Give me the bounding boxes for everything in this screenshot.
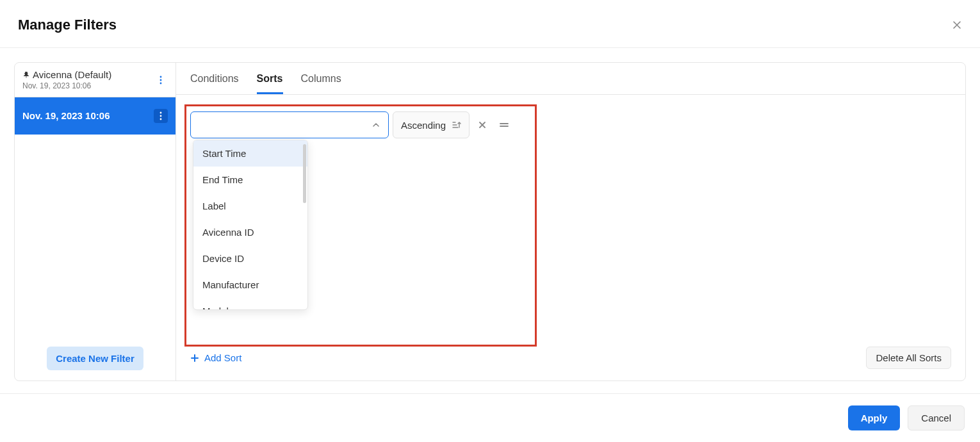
svg-point-2 [160, 82, 162, 84]
sort-row: Ascending [190, 111, 951, 138]
tab-sorts[interactable]: Sorts [257, 73, 283, 94]
delete-all-sorts-button[interactable]: Delete All Sorts [866, 347, 951, 369]
tabs: Conditions Sorts Columns [176, 63, 965, 95]
modal-body: Avicenna (Default) Nov. 19, 2023 10:06 N… [0, 48, 980, 395]
sort-direction-label: Ascending [401, 120, 446, 131]
remove-sort-icon[interactable] [473, 116, 491, 134]
svg-point-1 [160, 79, 162, 81]
drag-handle-icon[interactable] [495, 116, 513, 134]
scrollbar-thumb[interactable] [303, 144, 306, 203]
close-icon[interactable] [952, 20, 962, 30]
filter-more-icon[interactable] [154, 73, 168, 87]
filter-item-default[interactable]: Avicenna (Default) Nov. 19, 2023 10:06 [15, 63, 176, 97]
chevron-up-icon [372, 120, 380, 129]
plus-icon [190, 354, 199, 363]
dropdown-option[interactable]: Manufacturer [193, 272, 307, 298]
filter-subtitle: Nov. 19, 2023 10:06 [22, 81, 111, 90]
sort-direction-button[interactable]: Ascending [393, 111, 470, 138]
dropdown-option[interactable]: Model [193, 298, 307, 309]
pin-icon [22, 71, 30, 79]
sort-asc-icon [451, 120, 461, 130]
panel: Avicenna (Default) Nov. 19, 2023 10:06 N… [14, 62, 966, 381]
svg-point-0 [160, 76, 162, 78]
filter-more-icon[interactable] [154, 109, 168, 123]
modal-title: Manage Filters [18, 17, 117, 33]
sort-field-dropdown: Start Time End Time Label Avicenna ID De… [193, 140, 308, 310]
dropdown-option[interactable]: End Time [193, 167, 307, 193]
filters-sidebar: Avicenna (Default) Nov. 19, 2023 10:06 N… [15, 63, 176, 381]
modal-header: Manage Filters [0, 0, 980, 48]
add-sort-label: Add Sort [204, 352, 241, 363]
dropdown-option[interactable]: Start Time [193, 140, 307, 167]
add-sort-button[interactable]: Add Sort [190, 352, 241, 363]
create-new-filter-button[interactable]: Create New Filter [47, 347, 143, 370]
dropdown-option[interactable]: Label [193, 193, 307, 219]
cancel-button[interactable]: Cancel [908, 405, 965, 430]
svg-point-5 [160, 119, 162, 120]
tab-columns[interactable]: Columns [301, 73, 341, 94]
dropdown-option[interactable]: Avicenna ID [193, 219, 307, 245]
svg-point-3 [160, 112, 162, 114]
manage-filters-modal: Manage Filters Avicenna (Default) Nov. 1… [0, 0, 980, 442]
modal-footer: Apply Cancel [0, 393, 980, 442]
tab-conditions[interactable]: Conditions [190, 73, 239, 94]
dropdown-option[interactable]: Device ID [193, 245, 307, 272]
main-area: Conditions Sorts Columns Ascendin [176, 63, 965, 381]
filter-name: Nov. 19, 2023 10:06 [22, 110, 110, 121]
apply-button[interactable]: Apply [848, 405, 901, 430]
filter-name: Avicenna (Default) [33, 69, 111, 80]
sorts-content: Ascending [176, 95, 965, 339]
sort-field-select[interactable] [190, 111, 389, 138]
bottom-actions: Add Sort Delete All Sorts [176, 339, 965, 381]
filter-item-selected[interactable]: Nov. 19, 2023 10:06 [15, 97, 176, 135]
svg-point-4 [160, 115, 162, 117]
